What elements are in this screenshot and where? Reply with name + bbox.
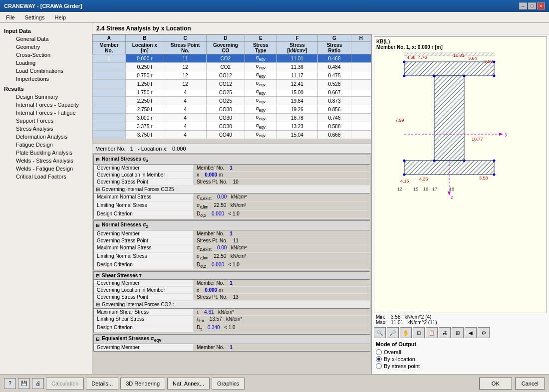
cell-location: 1.250 l: [125, 80, 164, 88]
cell-member: [93, 131, 126, 139]
sidebar-item-design-summary[interactable]: Design Summary: [0, 93, 92, 101]
mode-overall[interactable]: Overall: [376, 349, 545, 355]
zoom-in-button[interactable]: 🔍: [374, 327, 386, 338]
table-row[interactable]: 1.750 r 4 CO25 σeqv 15.00 0.667: [93, 88, 371, 97]
ok-button[interactable]: OK: [479, 378, 512, 390]
sidebar-item-deformation-analysis[interactable]: Deformation Analysis: [0, 133, 92, 141]
collapse-icon-shear[interactable]: ⊟: [96, 273, 100, 278]
section-equiv-stress: ⊟ Equivalent Stresses σeqv Governing Mem…: [93, 334, 370, 352]
section-header-shear[interactable]: ⊟ Shear Stresses τ: [94, 272, 370, 280]
sidebar-item-loading[interactable]: Loading: [0, 59, 92, 67]
min-stat: Min: 3.58 kN/cm^2 (4): [376, 314, 545, 320]
cancel-button[interactable]: Cancel: [515, 378, 545, 390]
sidebar-item-geometry[interactable]: Geometry: [0, 43, 92, 51]
collapse-icon-x[interactable]: ⊟: [96, 157, 100, 162]
sidebar-item-welds-stress[interactable]: Welds - Stress Analysis: [0, 157, 92, 165]
detail-row: Governing Member Member No. 1: [94, 344, 370, 351]
radio-stress-point[interactable]: [376, 363, 382, 369]
table-row[interactable]: 2.750 l 4 CO30 σeqv 19.26 0.856: [93, 105, 371, 114]
collapse-icon-equiv[interactable]: ⊟: [96, 337, 100, 342]
table-row[interactable]: 2.250 l 4 CO25 σeqv 19.64 0.873: [93, 97, 371, 105]
stress-table: A B C D E F G H Member No.: [92, 34, 371, 139]
sidebar-item-stress-analysis[interactable]: Stress Analysis: [0, 125, 92, 133]
section-title-normal-z: Normal Stresses σz: [102, 222, 148, 229]
settings-icon-button[interactable]: ⚙: [478, 327, 490, 338]
table-row[interactable]: 3.750 l 4 CO40 σeqv 15.04 0.668: [93, 131, 371, 139]
bottom-bar: ? 💾 🖨 Calculation Details... 3D Renderin…: [0, 374, 549, 392]
mode-x-location[interactable]: By x-location: [376, 356, 545, 362]
mode-x-location-label: By x-location: [384, 356, 415, 362]
close-button[interactable]: ✕: [537, 2, 545, 9]
col-header-a: A: [93, 35, 126, 42]
view-mode-button[interactable]: ⊞: [452, 327, 464, 338]
detail-row: Governing Member Member No. 1: [94, 165, 370, 172]
cell-type: σeqv: [245, 122, 276, 131]
sidebar-item-internal-forces-capacity[interactable]: Internal Forces - Capacity: [0, 101, 92, 109]
print-icon-button[interactable]: 🖨: [32, 378, 44, 389]
copy-button[interactable]: 📋: [426, 327, 438, 338]
graphics-button[interactable]: Graphics: [212, 378, 245, 390]
fit-button[interactable]: ⊡: [413, 327, 425, 338]
svg-point-32: [463, 160, 466, 162]
pan-button[interactable]: ✋: [400, 327, 412, 338]
cell-ratio: 0.588: [317, 122, 351, 131]
section-header-normal-z[interactable]: ⊟ Normal Stresses σz: [94, 221, 370, 230]
cell-member: [93, 71, 126, 80]
section-header-normal-x[interactable]: ⊟ Normal Stresses σx: [94, 155, 370, 165]
print-button[interactable]: 🖨: [439, 327, 451, 338]
sidebar-item-welds-fatigue[interactable]: Welds - Fatigue Design: [0, 165, 92, 173]
table-row[interactable]: 1.250 l 12 CO12 σeqv 12.41 0.528: [93, 80, 371, 88]
cell-point: 11: [164, 54, 206, 63]
sidebar-item-fatigue-design[interactable]: Fatigue Design: [0, 141, 92, 149]
sub-section-header-co25[interactable]: ⊞ Governing Internal Forces CO25 :: [94, 186, 370, 194]
col-header-e: E: [245, 35, 276, 42]
sidebar-item-imperfections[interactable]: Imperfections: [0, 75, 92, 83]
detail-row: Design Criterion Dσ,x 0.000 < 1.0: [94, 210, 370, 219]
table-row[interactable]: 1 0.000 r 11 CO2 σeqv 11.01 0.468: [93, 54, 371, 63]
sub-section-header-co2[interactable]: ⊞ Governing Internal Forces CO2 :: [94, 301, 370, 309]
section-title-equiv: Equivalent Stresses σeqv: [102, 336, 161, 343]
cell-stress: 13.23: [276, 122, 317, 131]
sidebar-item-internal-forces-fatigue[interactable]: Internal Forces - Fatigue: [0, 109, 92, 117]
rendering-button[interactable]: 3D Rendering: [120, 378, 165, 390]
sidebar-item-general-data[interactable]: General Data: [0, 35, 92, 43]
detail-row: Governing Stress Point Stress Pt. No. 10: [94, 179, 370, 186]
col-header-f: F: [276, 35, 317, 42]
menu-file[interactable]: File: [2, 13, 19, 21]
svg-text:10.77: 10.77: [472, 137, 483, 142]
collapse-icon-z[interactable]: ⊟: [96, 223, 100, 228]
radio-x-location[interactable]: [376, 356, 382, 362]
sidebar-item-critical-load[interactable]: Critical Load Factors: [0, 173, 92, 181]
table-row[interactable]: 0.750 r 12 CO12 σeqv 11.17 0.475: [93, 71, 371, 80]
menu-settings[interactable]: Settings: [21, 13, 49, 21]
graphics-title: KB(L): [376, 39, 443, 44]
menu-help[interactable]: Help: [50, 13, 70, 21]
zoom-out-button[interactable]: 🔎: [387, 327, 399, 338]
cell-location: 3.000 r: [125, 114, 164, 122]
table-row[interactable]: 3.375 r 4 CO30 σeqv 13.23 0.588: [93, 122, 371, 131]
mode-stress-point[interactable]: By stress point: [376, 363, 545, 369]
cell-member: [93, 105, 126, 114]
help-icon-button[interactable]: ?: [4, 378, 16, 389]
sidebar-item-plate-buckling[interactable]: Plate Buckling Analysis: [0, 149, 92, 157]
section-header-equiv[interactable]: ⊟ Equivalent Stresses σeqv: [94, 335, 370, 344]
cell-stress: 15.00: [276, 88, 317, 97]
bottom-left-icons: ? 💾 🖨: [4, 378, 44, 389]
sidebar-item-cross-section[interactable]: Cross-Section: [0, 51, 92, 59]
radio-overall[interactable]: [376, 349, 382, 355]
save-icon-button[interactable]: 💾: [18, 378, 30, 389]
calculation-button[interactable]: Calculation: [46, 378, 84, 390]
sidebar-item-load-combinations[interactable]: Load Combinations: [0, 67, 92, 75]
details-button[interactable]: Details...: [86, 378, 118, 390]
cell-ratio: 0.484: [317, 63, 351, 71]
minimize-button[interactable]: ─: [519, 2, 527, 9]
sidebar-item-support-forces[interactable]: Support Forces: [0, 117, 92, 125]
bottom-right-buttons: OK Cancel: [479, 378, 545, 390]
cell-ratio: 0.668: [317, 131, 351, 139]
table-row[interactable]: 3.000 r 4 CO30 σeqv 16.78 0.746: [93, 114, 371, 122]
back-button[interactable]: ◀: [465, 327, 477, 338]
table-row[interactable]: 0.250 l 12 CO2 σeqv 11.36 0.484: [93, 63, 371, 71]
nat-annex-button[interactable]: Nat. Annex...: [167, 378, 210, 390]
maximize-button[interactable]: □: [528, 2, 536, 9]
details-panel: ⊟ Normal Stresses σx Governing Member Me…: [92, 154, 371, 374]
